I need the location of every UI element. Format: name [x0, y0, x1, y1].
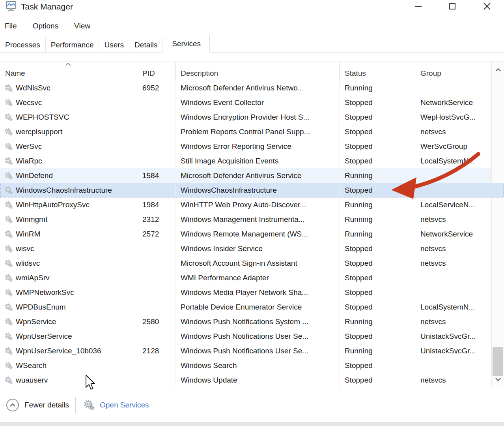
- menu-file[interactable]: File: [5, 20, 17, 32]
- service-status: Running: [339, 197, 415, 212]
- service-group: WepHostSvcG...: [415, 110, 491, 124]
- service-name: wuauserv: [16, 376, 48, 385]
- service-pid: 6952: [137, 81, 175, 95]
- service-name-cell: wercplsupport: [0, 124, 137, 139]
- service-name: WpnUserService_10b036: [16, 347, 101, 355]
- service-name: WinDefend: [16, 171, 53, 180]
- service-pid: 1584: [137, 168, 175, 183]
- service-pid: [137, 256, 175, 270]
- service-gear-icon: [5, 376, 13, 384]
- column-header-group[interactable]: Group: [415, 62, 491, 81]
- tab-content-gap: [0, 53, 504, 62]
- service-name-cell: wuauserv: [0, 373, 137, 387]
- open-services-link[interactable]: Open Services: [84, 400, 149, 411]
- scroll-up-button[interactable]: [492, 64, 504, 75]
- menu-view[interactable]: View: [74, 20, 90, 32]
- tab-details[interactable]: Details: [129, 38, 163, 52]
- service-name-cell: WSearch: [0, 358, 137, 373]
- service-row[interactable]: WpnUserService Windows Push Notification…: [0, 329, 504, 343]
- service-description: Windows Insider Service: [175, 241, 339, 256]
- tab-performance[interactable]: Performance: [46, 38, 99, 52]
- service-row[interactable]: WPDBusEnum Portable Device Enumerator Se…: [0, 300, 504, 314]
- service-description: Windows Push Notifications User Se...: [175, 329, 339, 343]
- collapse-circle-icon: [6, 399, 19, 411]
- service-row[interactable]: WinHttpAutoProxySvc 1984 WinHTTP Web Pro…: [0, 197, 504, 212]
- service-description: Windows Update: [175, 373, 339, 387]
- column-header-status[interactable]: Status: [339, 62, 415, 81]
- service-row[interactable]: WinRM 2572 Windows Remote Management (WS…: [0, 227, 504, 241]
- chevron-up-icon: [495, 68, 501, 71]
- service-pid: [137, 285, 175, 300]
- fewer-details-button[interactable]: Fewer details: [6, 399, 69, 411]
- service-status: Stopped: [339, 110, 415, 124]
- service-group: [415, 168, 491, 183]
- service-row[interactable]: WindowsChaosInfrastructure WindowsChaosI…: [0, 183, 504, 197]
- service-pid: [137, 95, 175, 110]
- service-row[interactable]: WpnUserService_10b036 2128 Windows Push …: [0, 343, 504, 358]
- services-gear-icon: [84, 400, 95, 411]
- service-row[interactable]: WiaRpc Still Image Acquisition Events St…: [0, 154, 504, 168]
- service-group: [415, 183, 491, 197]
- service-status: Stopped: [339, 139, 415, 154]
- service-row[interactable]: WSearch Windows Search Stopped: [0, 358, 504, 373]
- service-name-cell: WPDBusEnum: [0, 300, 137, 314]
- service-gear-icon: [5, 157, 13, 165]
- service-status: Running: [339, 314, 415, 329]
- service-gear-icon: [5, 259, 13, 267]
- service-status: Stopped: [339, 95, 415, 110]
- service-status: Stopped: [339, 300, 415, 314]
- service-name: WinHttpAutoProxySvc: [16, 201, 90, 209]
- service-row[interactable]: wlidsvc Microsoft Account Sign-in Assist…: [0, 256, 504, 270]
- service-row[interactable]: Winmgmt 2312 Windows Management Instrume…: [0, 212, 504, 227]
- service-name: WiaRpc: [16, 157, 42, 165]
- service-row[interactable]: WinDefend 1584 Microsoft Defender Antivi…: [0, 168, 504, 183]
- service-name: wmiApSrv: [16, 274, 50, 282]
- service-row[interactable]: WdNisSvc 6952 Microsoft Defender Antivir…: [0, 81, 504, 95]
- service-row[interactable]: WEPHOSTSVC Windows Encryption Provider H…: [0, 110, 504, 124]
- service-name: wisvc: [16, 244, 34, 253]
- column-header-name[interactable]: Name: [0, 62, 137, 81]
- service-group: NetworkService: [415, 95, 491, 110]
- close-icon: [482, 2, 492, 11]
- column-header-description[interactable]: Description: [175, 62, 339, 81]
- service-row[interactable]: WMPNetworkSvc Windows Media Player Netwo…: [0, 285, 504, 300]
- service-group: netsvcs: [415, 124, 491, 139]
- service-pid: [137, 154, 175, 168]
- minimize-button[interactable]: [409, 0, 427, 13]
- service-description: Windows Search: [175, 358, 339, 373]
- service-pid: [137, 110, 175, 124]
- maximize-button[interactable]: [443, 0, 461, 13]
- service-row[interactable]: Wecsvc Windows Event Collector Stopped N…: [0, 95, 504, 110]
- service-row[interactable]: wmiApSrv WMI Performance Adapter Stopped: [0, 270, 504, 285]
- footer-bar: Fewer details Open Services: [0, 387, 504, 422]
- vertical-scrollbar[interactable]: [491, 62, 504, 387]
- service-row[interactable]: wuauserv Windows Update Stopped netsvcs: [0, 373, 504, 387]
- service-description: Windows Event Collector: [175, 95, 339, 110]
- service-gear-icon: [5, 84, 13, 92]
- service-row[interactable]: wercplsupport Problem Reports Control Pa…: [0, 124, 504, 139]
- service-row[interactable]: WerSvc Windows Error Reporting Service S…: [0, 139, 504, 154]
- scroll-down-button[interactable]: [492, 373, 504, 385]
- menu-options[interactable]: Options: [33, 20, 58, 32]
- tab-services[interactable]: Services: [163, 35, 210, 53]
- service-pid: 2580: [137, 314, 175, 329]
- service-gear-icon: [5, 245, 13, 253]
- scrollbar-thumb[interactable]: [493, 347, 503, 376]
- service-name: Wecsvc: [16, 98, 42, 107]
- table-body: WdNisSvc 6952 Microsoft Defender Antivir…: [0, 81, 504, 387]
- column-header-pid[interactable]: PID: [137, 62, 175, 81]
- service-name-cell: wlidsvc: [0, 256, 137, 270]
- service-row[interactable]: wisvc Windows Insider Service Stopped ne…: [0, 241, 504, 256]
- service-name-cell: wmiApSrv: [0, 270, 137, 285]
- service-status: Stopped: [339, 285, 415, 300]
- service-row[interactable]: WpnService 2580 Windows Push Notificatio…: [0, 314, 504, 329]
- tab-users[interactable]: Users: [99, 38, 129, 52]
- service-group: WerSvcGroup: [415, 139, 491, 154]
- service-status: Stopped: [339, 270, 415, 285]
- close-button[interactable]: [478, 0, 496, 13]
- service-name: WPDBusEnum: [16, 303, 66, 312]
- task-manager-app-icon: [5, 1, 17, 13]
- tab-processes[interactable]: Processes: [0, 38, 46, 52]
- service-gear-icon: [5, 99, 13, 107]
- service-name-cell: WpnService: [0, 314, 137, 329]
